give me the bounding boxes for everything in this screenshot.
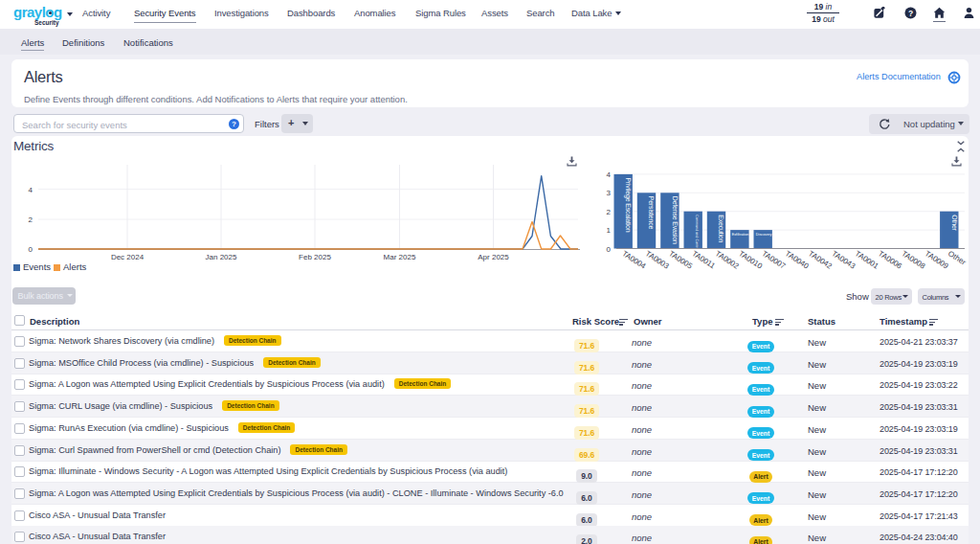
svg-text:TA0006: TA0006 [877,249,903,271]
svg-text:1: 1 [607,226,612,235]
svg-text:TA0043: TA0043 [830,249,857,271]
svg-text:Apr 2025: Apr 2025 [478,253,509,261]
svg-text:TA0004: TA0004 [620,249,647,271]
svg-text:Other: Other [951,215,958,231]
svg-text:2: 2 [29,215,33,224]
svg-text:TA0040: TA0040 [784,249,811,271]
svg-text:4: 4 [607,170,612,179]
svg-text:TA0002: TA0002 [714,249,741,271]
svg-text:TA0009: TA0009 [924,249,950,271]
svg-text:Persistence: Persistence [648,196,655,230]
svg-text:Exfiltration: Exfiltration [732,233,749,237]
svg-text:TA0001: TA0001 [854,249,880,271]
svg-text:Feb 2025: Feb 2025 [299,253,331,261]
svg-text:2: 2 [607,208,612,216]
svg-text:TA0005: TA0005 [667,249,694,271]
svg-text:TA0010: TA0010 [737,249,764,271]
svg-text:TA0011: TA0011 [690,249,717,270]
svg-text:Jan 2025: Jan 2025 [206,253,237,261]
svg-text:Mar 2025: Mar 2025 [384,253,416,261]
svg-text:4: 4 [29,186,33,194]
svg-text:Discovery: Discovery [756,233,772,237]
svg-text:TA0007: TA0007 [760,249,787,271]
svg-text:Command and Control: Command and Control [695,215,699,250]
svg-text:Execution: Execution [718,215,724,242]
svg-text:Defense Evasion: Defense Evasion [672,196,679,244]
svg-text:3: 3 [607,189,612,197]
svg-text:0: 0 [29,245,33,254]
svg-text:Other: Other [947,249,968,267]
svg-text:?: ? [908,9,913,18]
svg-text:0: 0 [607,245,612,254]
svg-text:TA0042: TA0042 [807,249,834,271]
svg-text:Dec 2024: Dec 2024 [111,253,145,261]
svg-text:TA0003: TA0003 [644,249,671,271]
svg-text:TA0008: TA0008 [900,249,926,271]
svg-text:Privilege Escalation: Privilege Escalation [624,177,632,232]
